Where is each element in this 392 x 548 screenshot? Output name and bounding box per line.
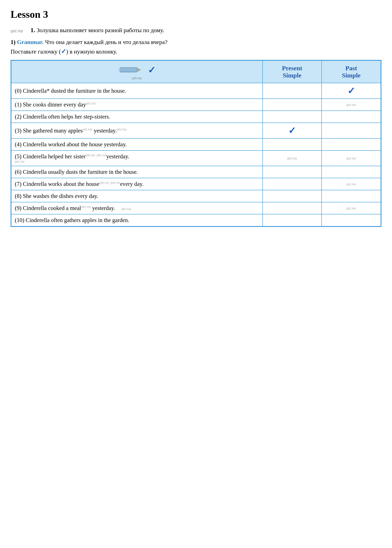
- table-row: (0) Cinderella* dusted the furniture in …: [11, 83, 381, 99]
- present-cell-7: [263, 178, 322, 190]
- past-cell-4: [322, 138, 381, 151]
- page-container: Lesson 3 gdz.top 1. Золушка выполняет мн…: [11, 8, 381, 227]
- table-header-row: ✓ gdz.top PresentSimple PastSimple: [11, 61, 381, 83]
- table-row: (7) Cinderella works about the housegdz.…: [11, 178, 381, 190]
- subtask-label: 1): [11, 39, 15, 45]
- past-checkmark: ✓: [347, 86, 355, 96]
- present-simple-header: PresentSimple: [263, 61, 322, 83]
- sentence-cell-0: (0) Cinderella* dusted the furniture in …: [11, 83, 263, 99]
- svg-marker-1: [137, 67, 141, 72]
- sentence-cell-4: (4) Cinderella worked about the house ye…: [11, 138, 263, 151]
- task1-number: 1.: [30, 27, 35, 33]
- past-simple-header: PastSimple: [322, 61, 381, 83]
- present-cell-8: [263, 190, 322, 202]
- instruction-check: ✓: [61, 48, 66, 55]
- table-row: (10) Cinderella often gathers apples in …: [11, 214, 381, 226]
- subtask-text: Что она делает каждый день и что делала …: [45, 39, 168, 45]
- header-checkmark: ✓: [148, 65, 156, 76]
- svg-rect-0: [120, 67, 137, 72]
- icon-header-cell: ✓ gdz.top: [11, 61, 263, 83]
- instruction-text: Поставьте галочку (: [11, 48, 61, 55]
- sentence-cell-10: (10) Cinderella often gathers apples in …: [11, 214, 263, 226]
- watermark-cell-past: gdz.top: [325, 157, 378, 160]
- instruction-end: ) в нужную колонку.: [66, 48, 117, 55]
- pencil-icon: [118, 64, 144, 76]
- past-cell-9: gdz.top: [322, 202, 381, 214]
- subtask-block: 1) Grammar. Что она делает каждый день и…: [11, 38, 381, 56]
- past-cell-5: gdz.top: [322, 151, 381, 166]
- exercise-table: ✓ gdz.top PresentSimple PastSimple (0) C…: [11, 60, 381, 226]
- past-cell-10: [322, 214, 381, 226]
- pencil-checkmark-area: ✓: [14, 64, 259, 76]
- watermark-cell: gdz.top: [266, 157, 319, 160]
- grammar-label: Grammar.: [17, 39, 43, 45]
- present-cell-4: [263, 138, 322, 151]
- past-cell-8: [322, 190, 381, 202]
- table-row: (9) Cinderella cooked a mealgdz.top yest…: [11, 202, 381, 214]
- sentence-cell-5: (5) Cinderella helped her sistergdz.top …: [11, 151, 263, 166]
- sentence-cell-3: (3) She gathered many applesgdz.top yest…: [11, 123, 263, 138]
- present-cell-2: [263, 111, 322, 123]
- past-cell-1: gdz.top: [322, 99, 381, 111]
- present-cell-6: [263, 166, 322, 178]
- present-cell-1: [263, 99, 322, 111]
- table-row: (8) She washes the dishes every day.: [11, 190, 381, 202]
- svg-rect-3: [120, 69, 137, 69]
- table-row: (5) Cinderella helped her sistergdz.top …: [11, 151, 381, 166]
- lesson-title: Lesson 3: [11, 8, 381, 20]
- watermark-cell-past: gdz.top: [325, 182, 378, 186]
- present-checkmark: ✓: [288, 125, 296, 136]
- sentence-cell-2: (2) Cinderella often helps her step-sist…: [11, 111, 263, 123]
- task1-block: gdz.top 1. Золушка выполняет много разно…: [11, 25, 381, 227]
- task1-text: gdz.top 1. Золушка выполняет много разно…: [11, 25, 381, 35]
- table-row: (6) Cinderella usually dusts the furnitu…: [11, 166, 381, 178]
- present-cell-9: [263, 202, 322, 214]
- present-cell-0: [263, 83, 322, 99]
- watermark-top: gdz.top: [11, 29, 23, 33]
- table-row: (1) She cooks dinner every daygdz.topgdz…: [11, 99, 381, 111]
- present-cell-10: [263, 214, 322, 226]
- watermark-header: gdz.top: [14, 76, 259, 80]
- past-cell-7: gdz.top: [322, 178, 381, 190]
- past-cell-6: [322, 166, 381, 178]
- present-cell-3: ✓: [263, 123, 322, 138]
- task1-sentence: Золушка выполняет много разной работы по…: [37, 27, 164, 33]
- past-cell-3: [322, 123, 381, 138]
- table-row: (3) She gathered many applesgdz.top yest…: [11, 123, 381, 138]
- exercise-table-wrapper: ✓ gdz.top PresentSimple PastSimple (0) C…: [11, 60, 381, 227]
- table-body: (0) Cinderella* dusted the furniture in …: [11, 83, 381, 226]
- watermark-cell-past: gdz.top: [325, 103, 378, 107]
- sentence-cell-6: (6) Cinderella usually dusts the furnitu…: [11, 166, 263, 178]
- svg-rect-4: [120, 70, 137, 71]
- sentence-cell-9: (9) Cinderella cooked a mealgdz.top yest…: [11, 202, 263, 214]
- sentence-cell-8: (8) She washes the dishes every day.: [11, 190, 263, 202]
- past-cell-0: ✓: [322, 83, 381, 99]
- sentence-cell-7: (7) Cinderella works about the housegdz.…: [11, 178, 263, 190]
- present-cell-5: gdz.top: [263, 151, 322, 166]
- past-cell-2: [322, 111, 381, 123]
- table-row: (2) Cinderella often helps her step-sist…: [11, 111, 381, 123]
- watermark-cell-past: gdz.top: [325, 207, 378, 210]
- sentence-cell-1: (1) She cooks dinner every daygdz.top: [11, 99, 263, 111]
- svg-marker-2: [118, 67, 120, 72]
- table-row: (4) Cinderella worked about the house ye…: [11, 138, 381, 151]
